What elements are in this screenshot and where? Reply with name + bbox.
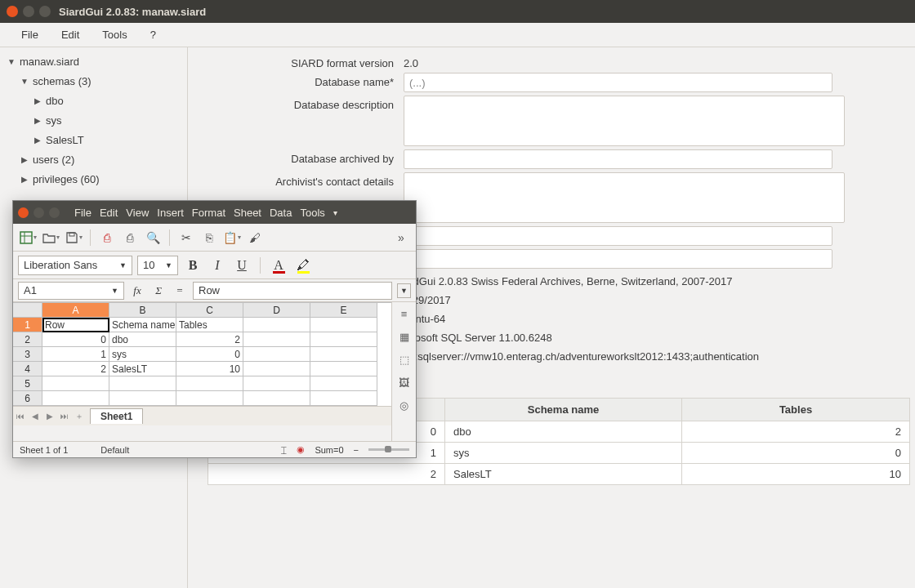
window-minimize-button[interactable] [23, 6, 34, 17]
trunc-input-1[interactable]: .) [404, 226, 832, 246]
tree-schema-saleslt[interactable]: ▶SalesLT [0, 131, 187, 150]
tree-schema-dbo[interactable]: ▶dbo [0, 91, 187, 111]
save-icon[interactable] [64, 228, 83, 247]
cell-d3[interactable] [243, 347, 310, 362]
pdf-export-icon[interactable]: ⎙ [97, 228, 117, 247]
sheet-tab-1[interactable]: Sheet1 [90, 408, 143, 424]
status-save-icon[interactable]: ◉ [297, 444, 305, 455]
tree-privileges[interactable]: ▶privileges (60) [0, 170, 187, 189]
toolbar-more-icon[interactable]: » [391, 228, 411, 247]
fx-icon[interactable]: fx [129, 283, 145, 299]
calc-menu-tools[interactable]: Tools [300, 207, 324, 219]
sum-icon[interactable]: Σ [150, 283, 167, 299]
row-header-3[interactable]: 3 [13, 347, 42, 362]
cell-a3[interactable]: 1 [42, 347, 109, 362]
row-header-2[interactable]: 2 [13, 332, 42, 347]
tree-users[interactable]: ▶users (2) [0, 150, 187, 170]
tab-last-icon[interactable]: ⏭ [57, 409, 72, 424]
col-header-b[interactable]: B [109, 303, 176, 318]
db-name-input[interactable]: (...) [404, 73, 832, 92]
db-desc-input[interactable] [404, 96, 845, 146]
menu-edit[interactable]: Edit [50, 29, 91, 41]
print-icon[interactable]: ⎙ [120, 228, 140, 247]
cell-c6[interactable] [176, 391, 243, 406]
open-icon[interactable] [41, 228, 60, 247]
table-row[interactable]: 2SalesLT10 [208, 464, 910, 485]
tab-next-icon[interactable]: ▶ [42, 409, 57, 424]
sidebar-gallery-icon[interactable]: ⬚ [396, 351, 413, 368]
tab-prev-icon[interactable]: ◀ [28, 409, 42, 424]
format-paint-icon[interactable]: 🖌 [245, 228, 265, 247]
cell-e3[interactable] [310, 347, 377, 362]
calc-maximize-button[interactable] [49, 207, 60, 218]
preview-icon[interactable]: 🔍 [143, 228, 163, 247]
spreadsheet-grid[interactable]: A B C D E 1 Row Schema name Tables 2 0 d… [13, 302, 391, 406]
row-header-1[interactable]: 1 [13, 318, 42, 332]
calc-menu-sheet[interactable]: Sheet [234, 207, 261, 219]
contact-input[interactable] [404, 172, 845, 223]
formula-input[interactable]: Row [193, 282, 392, 300]
cell-b1[interactable]: Schema name [109, 318, 176, 332]
cell-e2[interactable] [310, 332, 377, 347]
cell-e5[interactable] [310, 376, 377, 391]
window-close-button[interactable] [7, 6, 18, 17]
cell-b5[interactable] [109, 376, 176, 391]
paste-icon[interactable]: 📋 [222, 228, 242, 247]
cell-c5[interactable] [176, 376, 243, 391]
sidebar-properties-icon[interactable]: ≡ [396, 305, 413, 322]
cell-c3[interactable]: 0 [176, 347, 243, 362]
trunc-input-2[interactable]: .) [404, 249, 832, 269]
cell-d6[interactable] [243, 391, 310, 406]
col-schema[interactable]: Schema name [445, 399, 682, 421]
copy-icon[interactable]: ⎘ [199, 228, 219, 247]
cell-a4[interactable]: 2 [42, 362, 109, 376]
window-maximize-button[interactable] [39, 6, 51, 17]
archived-by-input[interactable] [404, 149, 832, 169]
cell-a2[interactable]: 0 [42, 332, 109, 347]
calc-menu-insert[interactable]: Insert [157, 207, 184, 219]
cell-a6[interactable] [42, 391, 109, 406]
tree-schemas[interactable]: ▼schemas (3) [0, 72, 187, 91]
calc-minimize-button[interactable] [33, 207, 44, 218]
cell-d5[interactable] [243, 376, 310, 391]
col-tables[interactable]: Tables [682, 399, 910, 421]
add-sheet-icon[interactable]: ＋ [72, 409, 87, 424]
cell-d1[interactable] [243, 318, 310, 332]
calc-menu-edit[interactable]: Edit [100, 207, 118, 219]
cell-e6[interactable] [310, 391, 377, 406]
cut-icon[interactable]: ✂ [176, 228, 196, 247]
select-all-corner[interactable] [13, 303, 42, 318]
menu-help[interactable]: ? [139, 29, 167, 41]
cell-reference-box[interactable]: A1▼ [18, 282, 124, 300]
chevron-down-icon[interactable]: ▾ [333, 208, 337, 217]
col-header-c[interactable]: C [176, 303, 243, 318]
italic-button[interactable]: I [208, 256, 227, 275]
equals-icon[interactable]: = [172, 283, 188, 299]
cell-b3[interactable]: sys [109, 347, 176, 362]
zoom-slider[interactable] [368, 448, 409, 451]
col-header-e[interactable]: E [310, 303, 377, 318]
calc-menu-format[interactable]: Format [192, 207, 225, 219]
tree-root[interactable]: ▼manaw.siard [0, 52, 187, 72]
cell-d4[interactable] [243, 362, 310, 376]
cell-c4[interactable]: 10 [176, 362, 243, 376]
tree-schema-sys[interactable]: ▶sys [0, 111, 187, 131]
underline-button[interactable]: U [232, 256, 252, 275]
new-icon[interactable] [18, 228, 38, 247]
chevron-down-icon[interactable]: ▼ [397, 283, 411, 298]
font-select[interactable]: Liberation Sans▼ [18, 256, 132, 275]
font-size-select[interactable]: 10▼ [137, 256, 178, 275]
col-header-d[interactable]: D [243, 303, 310, 318]
menu-file[interactable]: File [10, 29, 50, 41]
cell-e1[interactable] [310, 318, 377, 332]
menu-tools[interactable]: Tools [91, 29, 138, 41]
col-header-a[interactable]: A [42, 303, 109, 318]
sidebar-styles-icon[interactable]: ▦ [396, 328, 413, 345]
cell-c2[interactable]: 2 [176, 332, 243, 347]
zoom-out-icon[interactable]: − [354, 445, 359, 455]
status-insert-mode-icon[interactable]: ⌶ [281, 445, 287, 455]
row-header-6[interactable]: 6 [13, 391, 42, 406]
calc-close-button[interactable] [18, 207, 29, 218]
cell-e4[interactable] [310, 362, 377, 376]
bold-button[interactable]: B [183, 256, 203, 275]
